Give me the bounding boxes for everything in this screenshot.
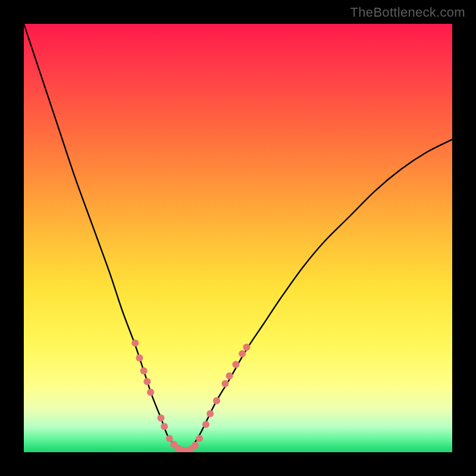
highlight-dot [202, 421, 209, 428]
bottleneck-curve-right [186, 139, 452, 451]
highlight-dot [147, 389, 154, 396]
chart-frame: TheBottleneck.com [0, 0, 476, 476]
highlight-dot [140, 367, 148, 374]
highlight-dot [166, 435, 173, 442]
highlight-dot [136, 355, 143, 362]
highlight-dot [206, 410, 214, 417]
highlight-dot [157, 414, 164, 421]
curve-layer [24, 24, 452, 452]
highlight-dots [131, 339, 250, 452]
highlight-dot [161, 423, 168, 430]
bottleneck-curve-left [24, 24, 186, 452]
highlight-dot [192, 441, 199, 449]
highlight-dot [221, 380, 228, 387]
highlight-dot [196, 435, 203, 442]
highlight-dot [243, 344, 250, 351]
highlight-dot [226, 372, 233, 380]
highlight-dot [239, 350, 246, 357]
highlight-dot [143, 378, 151, 385]
plot-area [24, 24, 452, 452]
highlight-dot [232, 361, 239, 368]
watermark-text: TheBottleneck.com [350, 5, 465, 20]
highlight-dot [131, 339, 139, 346]
highlight-dot [213, 397, 220, 405]
